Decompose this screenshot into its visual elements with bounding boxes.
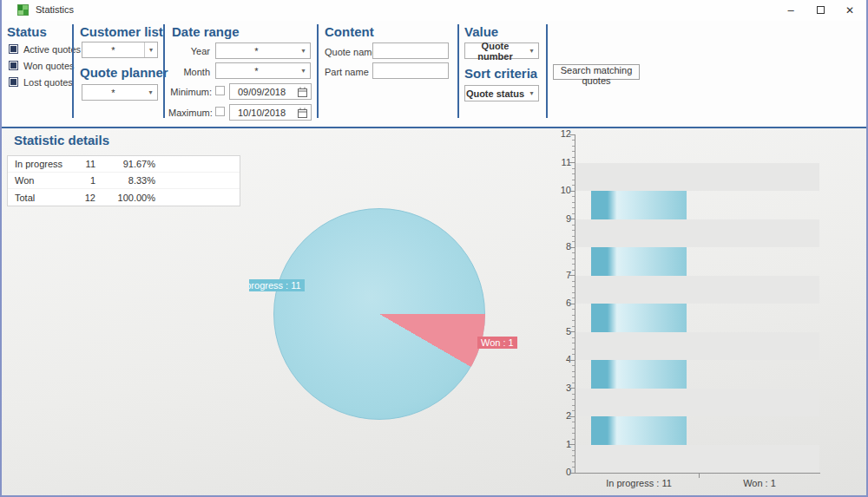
part-name-label: Part name	[325, 67, 369, 77]
pie-chart: In progress : 11 Won : 1	[249, 130, 544, 495]
interlace-band	[575, 163, 819, 192]
row-count: 11	[77, 159, 95, 169]
maximize-button[interactable]	[806, 0, 835, 20]
month-label: Month	[170, 67, 210, 77]
quote-name-input[interactable]	[372, 43, 449, 59]
separator	[72, 24, 74, 118]
y-axis-tick-label: 11	[554, 157, 571, 167]
date-range-heading: Date range	[172, 24, 240, 39]
statistic-details-heading: Statistic details	[14, 133, 109, 147]
chevron-down-icon: ▾	[144, 43, 157, 57]
table-row: Won 1 8.33%	[8, 173, 240, 189]
row-label: Won	[8, 175, 77, 186]
content-heading: Content	[325, 24, 374, 39]
calendar-icon	[298, 108, 307, 118]
maximum-checkbox[interactable]	[215, 107, 225, 116]
maximum-date-value: 10/10/2018	[230, 108, 298, 118]
x-axis-category-label: Won : 1	[712, 478, 807, 488]
chevron-down-icon: ▾	[525, 43, 538, 58]
close-button[interactable]: ✕	[835, 0, 865, 20]
quote-planner-value: *	[82, 88, 144, 98]
part-name-input[interactable]	[372, 62, 449, 79]
x-axis-tick	[699, 473, 700, 478]
maximum-date-field[interactable]: 10/10/2018	[229, 104, 312, 121]
y-axis-tick-label: 1	[554, 439, 571, 449]
calendar-icon	[298, 87, 307, 97]
statistics-panel: Statistic details In progress 11 91.67% …	[2, 128, 866, 495]
maximize-icon	[817, 6, 825, 14]
customer-list-value: *	[82, 45, 144, 56]
customer-list-select[interactable]: * ▾	[82, 42, 158, 58]
won-quotes-checkbox[interactable]	[9, 61, 18, 70]
year-select[interactable]: * ▾	[215, 43, 311, 59]
close-icon: ✕	[845, 4, 854, 16]
pie-label-won: Won : 1	[477, 337, 517, 349]
y-axis-tick-label: 12	[554, 128, 571, 139]
search-matching-quotes-button[interactable]: Search matching quotes	[553, 64, 640, 80]
statistic-details-table: In progress 11 91.67% Won 1 8.33% Total …	[7, 155, 240, 206]
y-axis-tick-label: 8	[554, 241, 571, 252]
separator	[457, 24, 459, 118]
lost-quotes-label[interactable]: Lost quotes	[23, 77, 73, 88]
y-axis-tick-label: 3	[554, 383, 571, 393]
x-axis	[569, 473, 820, 474]
app-window: Statistics – ✕ Status Active quotes Won …	[0, 0, 868, 497]
value-heading: Value	[464, 24, 498, 39]
lost-quotes-checkbox[interactable]	[9, 77, 18, 87]
minimum-label: Minimum:	[168, 87, 212, 97]
month-select[interactable]: * ▾	[215, 62, 311, 79]
status-heading: Status	[7, 24, 47, 39]
interlace-band	[575, 332, 819, 361]
maximum-label: Maximum:	[168, 108, 212, 118]
minimize-button[interactable]: –	[776, 0, 806, 20]
sort-criteria-heading: Sort criteria	[464, 66, 537, 81]
minimum-date-value: 09/09/2018	[230, 87, 298, 97]
y-axis-tick-label: 2	[554, 410, 571, 421]
y-axis-tick-label: 10	[554, 185, 571, 195]
row-count: 1	[77, 175, 95, 186]
x-axis-category-label: In progress : 11	[591, 478, 687, 488]
quote-planner-select[interactable]: * ▾	[82, 84, 158, 101]
y-axis-tick-label: 0	[554, 467, 571, 477]
table-row: In progress 11 91.67%	[8, 156, 240, 173]
separator	[163, 24, 165, 118]
y-axis-tick-label: 7	[554, 270, 571, 280]
bar-in[interactable]	[591, 163, 687, 474]
interlace-band	[575, 445, 819, 474]
pie-label-in-progress: In progress : 11	[249, 279, 305, 291]
y-axis-tick-label: 5	[554, 326, 571, 337]
year-label: Year	[170, 46, 210, 56]
month-value: *	[216, 66, 297, 76]
chevron-down-icon: ▾	[525, 86, 538, 101]
table-row: Total 12 100.00%	[8, 189, 240, 206]
row-label: In progress	[8, 159, 77, 169]
sort-criteria-select[interactable]: Quote status ▾	[464, 85, 539, 101]
value-selected: Quote number	[465, 41, 525, 62]
y-axis-tick-label: 4	[554, 354, 571, 364]
minimum-checkbox[interactable]	[215, 86, 225, 95]
interlace-band	[575, 276, 819, 304]
interlace-band	[575, 389, 819, 417]
interlace-band	[575, 219, 819, 248]
won-quotes-label[interactable]: Won quotes	[23, 61, 75, 71]
minimize-icon: –	[787, 8, 793, 13]
separator	[546, 24, 548, 118]
app-icon	[17, 4, 29, 16]
chevron-down-icon: ▾	[144, 85, 157, 100]
quote-name-label: Quote name	[325, 47, 378, 57]
value-select[interactable]: Quote number ▾	[464, 43, 539, 59]
active-quotes-checkbox[interactable]	[9, 44, 18, 54]
minimum-date-field[interactable]: 09/09/2018	[229, 83, 312, 100]
row-percent: 91.67%	[95, 159, 155, 169]
row-percent: 8.33%	[95, 175, 155, 186]
chevron-down-icon: ▾	[297, 63, 310, 78]
year-value: *	[216, 46, 297, 56]
y-axis-tick-label: 6	[554, 298, 571, 308]
pie-slice-won[interactable]	[273, 208, 485, 420]
y-axis-tick-label: 9	[554, 213, 571, 224]
customer-list-heading: Customer list	[80, 24, 163, 39]
chevron-down-icon: ▾	[297, 43, 310, 58]
sort-selected: Quote status	[465, 88, 525, 99]
window-title: Statistics	[36, 4, 74, 15]
row-count: 12	[77, 193, 95, 203]
